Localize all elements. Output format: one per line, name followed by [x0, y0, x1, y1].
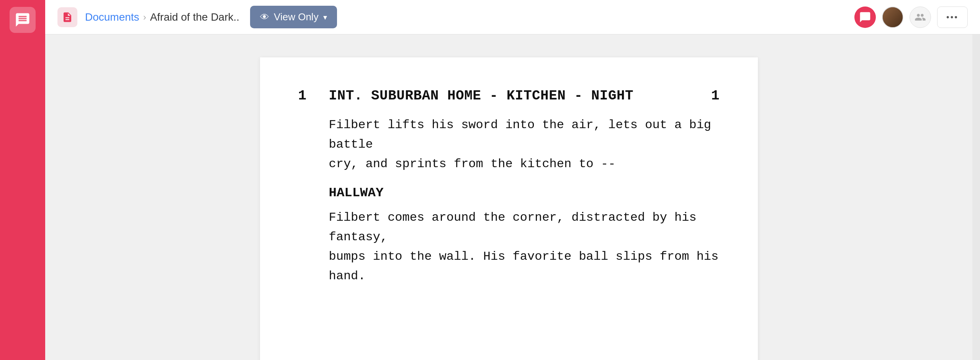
scene-sub-heading: HALLWAY — [329, 186, 720, 200]
scene-heading: INT. SUBURBAN HOME - KITCHEN - NIGHT — [329, 88, 634, 104]
doc-icon-button[interactable] — [57, 7, 77, 27]
user-avatar-image — [883, 7, 903, 27]
people-icon-button[interactable] — [910, 7, 931, 28]
script-page: 1 INT. SUBURBAN HOME - KITCHEN - NIGHT 1… — [260, 57, 758, 360]
people-icon — [915, 11, 926, 23]
scene-number-right: 1 — [711, 88, 720, 104]
eye-icon: 👁 — [260, 12, 269, 23]
document-icon — [62, 11, 73, 23]
chevron-down-icon: ▾ — [323, 13, 327, 22]
chat-bubble-icon — [15, 12, 31, 28]
view-only-label: View Only — [274, 11, 319, 23]
chat-avatar-button[interactable] — [854, 7, 876, 28]
breadcrumb-documents-link[interactable]: Documents — [85, 11, 139, 23]
main-area: Documents › Afraid of the Dark.. 👁 View … — [45, 0, 980, 360]
breadcrumb: Documents › Afraid of the Dark.. — [85, 11, 239, 23]
scrollbar[interactable] — [972, 34, 980, 360]
sidebar — [0, 0, 45, 360]
scene-action-2: Filbert comes around the corner, distrac… — [329, 208, 720, 286]
breadcrumb-chevron-icon: › — [143, 12, 146, 23]
scene-header: 1 INT. SUBURBAN HOME - KITCHEN - NIGHT 1 — [298, 88, 720, 104]
view-only-button[interactable]: 👁 View Only ▾ — [250, 6, 337, 28]
sidebar-logo-icon[interactable] — [10, 7, 36, 33]
more-options-button[interactable]: ••• — [937, 7, 968, 28]
user-avatar[interactable] — [882, 7, 903, 28]
scene-header-left: 1 INT. SUBURBAN HOME - KITCHEN - NIGHT — [298, 88, 634, 104]
more-dots-label: ••• — [946, 12, 959, 22]
document-content: 1 INT. SUBURBAN HOME - KITCHEN - NIGHT 1… — [45, 34, 972, 360]
scene-block-1: 1 INT. SUBURBAN HOME - KITCHEN - NIGHT 1… — [298, 88, 720, 286]
chat-icon — [859, 11, 871, 23]
scene-number-left: 1 — [298, 88, 314, 104]
header-right-actions: ••• — [854, 7, 968, 28]
scene-action-1: Filbert lifts his sword into the air, le… — [329, 115, 720, 174]
breadcrumb-doc-title: Afraid of the Dark.. — [150, 11, 239, 23]
content-area: 1 INT. SUBURBAN HOME - KITCHEN - NIGHT 1… — [45, 34, 980, 360]
header: Documents › Afraid of the Dark.. 👁 View … — [45, 0, 980, 34]
